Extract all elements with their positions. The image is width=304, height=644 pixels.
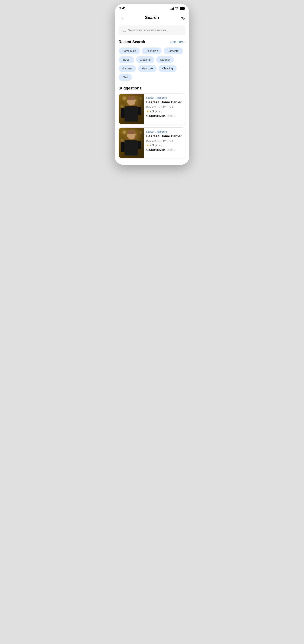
card-tag-haircut-2: Haircut . [146,130,155,133]
card-tags-2: Haircut . Manicure . [146,130,183,133]
card-price-1: 18USD/ 35Mins 22USD [146,114,183,118]
rating-value-1: 4.5 [150,110,154,113]
card-name-2: La Casa Home Barber [146,134,183,138]
tag-cleaning-2[interactable]: Cleaning [158,65,177,72]
card-name-1: La Casa Home Barber [146,100,183,104]
card-content-2: Haircut . Manicure . La Casa Home Barber… [144,128,185,158]
card-price-2: 18USD/ 35Mins 22USD [146,148,183,152]
tag-carpenter[interactable]: Carpenter [164,48,183,54]
tag-barber[interactable]: Barber [119,56,134,63]
card-image-2 [119,128,144,158]
card-tag-manicure-1: Manicure . [157,96,168,99]
status-time: 9:41 [119,6,126,10]
rating-value-2: 4.5 [150,144,154,147]
battery-icon [180,7,185,10]
tag-gardner-1[interactable]: Gardner [156,56,174,63]
tag-home-maid[interactable]: Home Maid [119,48,140,54]
search-icon [122,28,126,32]
card-content-1: Haircut . Manicure . La Casa Home Barber… [144,94,185,124]
tag-cleaning-1[interactable]: Cleaning [136,56,154,63]
see-more-label: See more [170,40,183,44]
recent-search-tags: Home Maid Electrician Carpenter Barber C… [119,48,185,81]
tag-chef[interactable]: Chef [119,74,132,81]
card-tag-haircut-1: Haircut . [146,96,155,99]
recent-search-title: Recent Search [119,40,145,44]
search-input[interactable] [128,28,182,32]
card-rating-1: ★ 4.5 (1132) [146,110,183,113]
card-tags-1: Haircut . Manicure . [146,96,183,99]
suggestion-card-1[interactable]: Haircut . Manicure . La Casa Home Barber… [119,94,185,124]
card-address-1: Dubai Street, 11Ve, Park [146,106,183,108]
search-box[interactable] [119,26,185,35]
header: ‹ Search [115,12,189,24]
tag-electrician[interactable]: Electrician [142,48,162,54]
card-rating-2: ★ 4.5 (1132) [146,144,183,147]
main-content: Recent Search See more › Home Maid Elect… [115,38,189,163]
recent-search-header: Recent Search See more › [119,40,185,44]
card-address-2: Dubai Street, 11Ve, Park [146,140,183,142]
phone-frame: 9:41 ‹ Search [115,4,189,165]
price-old-1: 22USD [167,114,175,117]
wifi-icon [175,7,179,10]
rating-count-1: (1132) [155,110,162,113]
back-button[interactable]: ‹ [119,14,125,21]
suggestion-card-2[interactable]: Haircut . Manicure . La Casa Home Barber… [119,128,185,158]
rating-count-2: (1132) [155,144,162,147]
tag-gardner-2[interactable]: Gardner [119,65,136,72]
status-bar: 9:41 [115,4,189,12]
star-icon-2: ★ [146,144,149,147]
card-tag-manicure-2: Manicure . [157,130,168,133]
card-image-1 [119,94,144,124]
see-more-button[interactable]: See more › [170,40,185,44]
tag-manicure[interactable]: Manicure [138,65,157,72]
page-title: Search [145,15,159,20]
back-chevron-icon: ‹ [121,16,123,20]
search-container [115,24,189,38]
chevron-right-icon: › [184,40,185,44]
star-icon-1: ★ [146,110,149,113]
filter-button[interactable] [179,14,185,21]
signal-icon [171,7,174,10]
price-current-2: 18USD/ 35Mins [146,148,165,152]
suggestions-title: Suggestions [119,86,185,90]
status-icons [171,7,185,10]
price-old-2: 22USD [167,148,175,151]
filter-icon [179,15,185,20]
price-current-1: 18USD/ 35Mins [146,114,165,118]
